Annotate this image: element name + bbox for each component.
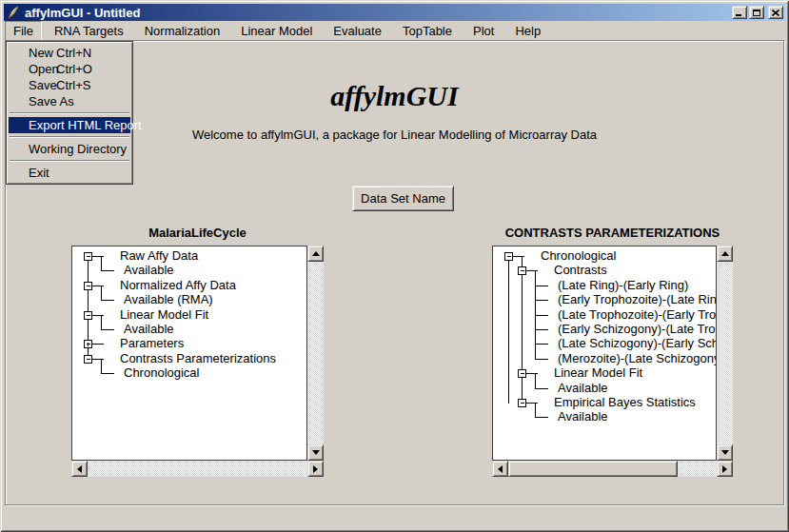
arrow-up-icon [721,251,729,256]
menu-item-exit[interactable]: Exit [9,165,130,181]
arrow-down-icon [721,450,729,455]
tree-node-contrasts-parameterizations[interactable]: Contrasts Parameterizations [120,351,276,365]
menu-item-working-directory[interactable]: Working Directory [9,141,130,157]
tree-node-available[interactable]: Available [124,263,174,277]
right-tree-vertical-scrollbar[interactable] [717,246,733,461]
scrollbar-track[interactable] [71,461,324,477]
arrow-left-icon [77,465,82,473]
tree-node-available[interactable]: Available [558,409,608,424]
menubar-item-file[interactable]: File [5,21,42,41]
scroll-down-button[interactable] [307,444,324,461]
minimize-icon [736,14,741,16]
arrow-left-icon [498,465,503,473]
left-tree-title: MalariaLifeCycle [71,226,324,240]
window-title: affylmGUI - Untitled [25,6,730,20]
menu-item-export-html-report[interactable]: Export HTML Report [9,117,130,133]
close-icon [772,10,779,16]
scroll-right-button[interactable] [717,461,733,477]
tree-node-chronological[interactable]: Chronological [541,248,617,263]
minimize-button[interactable] [732,6,747,19]
tree-node-raw-affy-data[interactable]: Raw Affy Data [120,248,198,263]
maximize-button[interactable] [749,6,764,19]
scroll-down-button[interactable] [717,444,733,461]
data-set-name-button[interactable]: Data Set Name [352,186,454,211]
tree-node-chronological[interactable]: Chronological [124,365,200,380]
scroll-left-button[interactable] [492,461,508,477]
left-tree-horizontal-scrollbar[interactable] [71,461,324,477]
menu-item-save-as[interactable]: Save As [9,93,130,109]
contrasts-tree: ChronologicalContrasts(Late Ring)-(Early… [492,246,717,461]
menu-separator [10,112,129,114]
menu-item-new[interactable]: NewCtrl+N [9,45,130,61]
file-menu: NewCtrl+NOpenCtrl+OSaveCtrl+SSave AsExpo… [6,41,133,185]
tree-node-linear-model-fit[interactable]: Linear Model Fit [554,365,642,380]
maximize-icon [753,10,760,16]
tree-node-late-schizogony-early-schiz[interactable]: (Late Schizogony)-(Early Schiz [558,336,717,350]
close-button[interactable] [768,6,783,19]
menubar-item-evaluate[interactable]: Evaluate [325,21,390,41]
tree-node-early-schizogony-late-troph[interactable]: (Early Schizogony)-(Late Troph [558,322,717,336]
tree-node-contrasts[interactable]: Contrasts [554,263,607,277]
menu-bar: FileRNA TargetsNormalizationLinear Model… [4,21,785,40]
menubar-item-linear-model[interactable]: Linear Model [232,21,321,41]
tree-node-normalized-affy-data[interactable]: Normalized Affy Data [120,278,236,292]
feather-icon [6,5,21,20]
tree-node-late-trophozoite-early-troph[interactable]: (Late Trophozoite)-(Early Troph [558,307,717,322]
menubar-item-toptable[interactable]: TopTable [394,21,461,41]
scrollbar-thumb[interactable] [508,461,678,477]
tree-node-available[interactable]: Available [558,381,608,395]
right-tree-horizontal-scrollbar[interactable] [492,461,733,477]
tree-node-parameters[interactable]: Parameters [120,336,184,350]
menubar-item-rna-targets[interactable]: RNA Targets [46,21,132,41]
tree-node-late-ring-early-ring[interactable]: (Late Ring)-(Early Ring) [558,278,688,292]
scrollbar-track[interactable] [717,246,733,461]
tree-node-available-rma[interactable]: Available (RMA) [124,292,213,306]
menu-separator [10,136,129,138]
scrollbar-track[interactable] [307,246,324,461]
tree-node-empirical-bayes-statistics[interactable]: Empirical Bayes Statistics [554,395,696,409]
arrow-down-icon [312,450,320,455]
tree-node-merozoite-late-schizogony[interactable]: (Merozoite)-(Late Schizogony) [558,351,717,365]
app-window: affylmGUI - Untitled FileRNA TargetsNorm… [0,0,789,532]
tree-node-linear-model-fit[interactable]: Linear Model Fit [120,307,208,322]
menu-item-open[interactable]: OpenCtrl+O [9,61,130,77]
scroll-up-button[interactable] [307,246,324,262]
tree-node-available[interactable]: Available [124,322,174,336]
scroll-up-button[interactable] [717,246,733,262]
scroll-left-button[interactable] [71,461,88,477]
arrow-up-icon [312,251,320,256]
right-tree-title: CONTRASTS PARAMETERIZATIONS [492,226,733,240]
scroll-right-button[interactable] [307,461,324,477]
menu-item-save[interactable]: SaveCtrl+S [9,77,130,93]
arrow-right-icon [313,465,318,473]
menu-separator [10,160,129,162]
dataset-tree: Raw Affy DataAvailableNormalized Affy Da… [71,246,307,461]
arrow-right-icon [722,465,727,473]
left-tree-vertical-scrollbar[interactable] [307,246,324,461]
menubar-item-help[interactable]: Help [506,21,549,41]
tree-node-early-trophozoite-late-ring[interactable]: (Early Trophozoite)-(Late Ring) [558,292,717,306]
title-bar: affylmGUI - Untitled [4,4,785,21]
menubar-item-plot[interactable]: Plot [464,21,503,41]
menubar-item-normalization[interactable]: Normalization [136,21,228,41]
